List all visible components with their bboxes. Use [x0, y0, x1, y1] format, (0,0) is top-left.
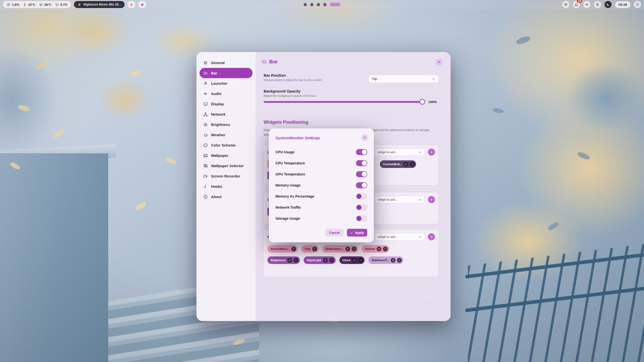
sidebar-item[interactable]: Launcher	[199, 78, 253, 88]
widget-settings-button[interactable]	[345, 247, 350, 251]
sidebar-item-label: General	[211, 61, 225, 65]
left-add-widget-button[interactable]	[428, 149, 435, 156]
volume-button[interactable]	[583, 1, 590, 8]
sidebar-item[interactable]: Wallpaper Selector	[199, 161, 253, 171]
sidebar-item[interactable]: Color Scheme	[199, 140, 253, 150]
sidebar-item[interactable]: Display	[199, 99, 253, 109]
cancel-button[interactable]: Cancel	[325, 229, 344, 237]
sidebar-item[interactable]: About	[199, 192, 253, 202]
sidebar-item[interactable]: Audio	[199, 88, 253, 99]
modal-close-button[interactable]	[361, 134, 368, 141]
apply-button-label: Apply	[355, 231, 364, 235]
night-light-button[interactable]	[605, 1, 612, 8]
widget-chip[interactable]: Tray	[301, 245, 318, 253]
gear-icon	[324, 259, 327, 262]
microphone-button[interactable]	[594, 1, 601, 8]
right-add-widget-button[interactable]	[428, 233, 435, 240]
media-title: Nightcore Music Mix 20...	[84, 3, 121, 6]
clock[interactable]: 00:28	[615, 1, 630, 8]
workspace-dot[interactable]	[304, 3, 307, 6]
toggle-row: CPU Usage	[275, 147, 367, 158]
system-monitor-settings-modal: SystemMonitor Settings CPU Usage CPU Tem…	[269, 128, 374, 242]
widget-remove-button[interactable]	[291, 247, 296, 251]
widget-chip[interactable]: Brightness	[267, 256, 300, 264]
toggle-switch[interactable]	[356, 149, 367, 155]
media-player-module[interactable]: Nightcore Music Mix 20...	[74, 1, 125, 8]
toggle-knob	[356, 194, 361, 199]
toggle-switch[interactable]	[356, 171, 367, 177]
widget-chip[interactable]: ScreenReco...	[267, 245, 298, 253]
bar-position-dropdown[interactable]: Top	[369, 75, 439, 83]
widget-remove-button[interactable]	[329, 258, 334, 263]
app-grid-button[interactable]	[634, 1, 641, 8]
toggle-switch[interactable]	[356, 204, 367, 210]
widget-chip[interactable]: Volume	[362, 245, 389, 253]
widget-remove-button[interactable]	[294, 258, 298, 263]
workspace-dot[interactable]	[323, 3, 327, 6]
widget-chip-label: Volume	[365, 247, 375, 250]
tweaks-button[interactable]	[562, 1, 569, 8]
bar-position-label: Bar Position	[264, 73, 322, 77]
widget-chip[interactable]: Notification...	[322, 245, 358, 253]
left-chip-holder: CustomButt...	[380, 160, 416, 168]
sidebar-item[interactable]: Network	[199, 109, 253, 119]
toggle-label: Memory Usage	[275, 183, 301, 187]
widget-settings-button[interactable]	[404, 162, 408, 167]
toggle-knob	[362, 161, 367, 166]
toggle-label: Memory As Percentage	[275, 194, 314, 198]
opacity-slider-handle[interactable]	[419, 99, 425, 105]
stat-icon	[23, 3, 27, 7]
widget-chip[interactable]: CustomButt...	[380, 160, 416, 168]
window-close-button[interactable]	[435, 58, 443, 66]
sidebar-item-icon	[203, 153, 208, 158]
widget-settings-button[interactable]	[323, 258, 328, 263]
widget-chip[interactable]: NightLight	[304, 256, 335, 264]
favorites-button[interactable]	[138, 1, 146, 8]
widget-remove-button[interactable]	[358, 258, 363, 263]
workspace-dot[interactable]	[310, 3, 313, 6]
sidebar-item[interactable]: General	[199, 58, 253, 68]
system-stats-module[interactable]: 1.8% 43°C 38°C 9.7G	[3, 1, 71, 8]
widget-chip[interactable]: SidePanelT...	[368, 256, 403, 264]
widget-chip[interactable]: Clock	[339, 256, 365, 264]
widget-remove-button[interactable]	[352, 247, 356, 251]
widget-remove-button[interactable]	[410, 162, 415, 167]
sidebar-item[interactable]: Wallpaper	[199, 150, 253, 161]
toggle-switch[interactable]	[356, 160, 367, 166]
right-add-widget-dropdown[interactable]: widget to add...	[375, 233, 425, 241]
sidebar-item-label: Brightness	[211, 123, 230, 127]
toggle-switch[interactable]	[356, 215, 367, 221]
sidebar-item[interactable]: Hooks	[199, 181, 253, 192]
widget-remove-button[interactable]	[383, 247, 388, 251]
widget-settings-button[interactable]	[391, 258, 395, 263]
widget-settings-button[interactable]	[287, 258, 292, 263]
workspace-dot[interactable]	[317, 3, 320, 6]
toggle-switch[interactable]	[356, 182, 367, 188]
color-swatch-button[interactable]	[128, 1, 135, 8]
modal-title: SystemMonitor Settings	[275, 136, 320, 140]
center-add-widget-button[interactable]	[428, 196, 435, 203]
toggle-knob	[356, 205, 361, 210]
sidebar-item[interactable]: Bar	[199, 68, 253, 78]
close-icon	[384, 248, 387, 250]
toggle-switch[interactable]	[356, 193, 367, 199]
widget-settings-button[interactable]	[377, 247, 381, 251]
notifications-button[interactable]: 10	[573, 1, 580, 8]
widget-remove-button[interactable]	[397, 258, 402, 263]
sidebar-item-icon	[203, 112, 208, 117]
apply-button[interactable]: Apply	[347, 229, 367, 237]
widget-settings-button[interactable]	[352, 258, 357, 263]
workspaces-module[interactable]	[304, 3, 340, 6]
workspace-active-indicator[interactable]	[330, 3, 340, 6]
sidebar-item[interactable]: Weather	[199, 130, 253, 140]
pause-icon	[77, 3, 81, 7]
sidebar-item-icon	[203, 102, 208, 106]
sidebar-item[interactable]: Screen Recorder	[199, 171, 253, 181]
right-add-widget-placeholder: widget to add...	[378, 235, 397, 238]
left-add-widget-dropdown[interactable]: widget to add...	[375, 148, 425, 156]
sidebar-item-label: Weather	[211, 133, 225, 137]
center-add-widget-dropdown[interactable]: widget to add...	[375, 196, 425, 203]
opacity-slider[interactable]	[264, 101, 424, 103]
sidebar-item[interactable]: Brightness	[199, 119, 253, 130]
widget-remove-button[interactable]	[312, 247, 317, 251]
